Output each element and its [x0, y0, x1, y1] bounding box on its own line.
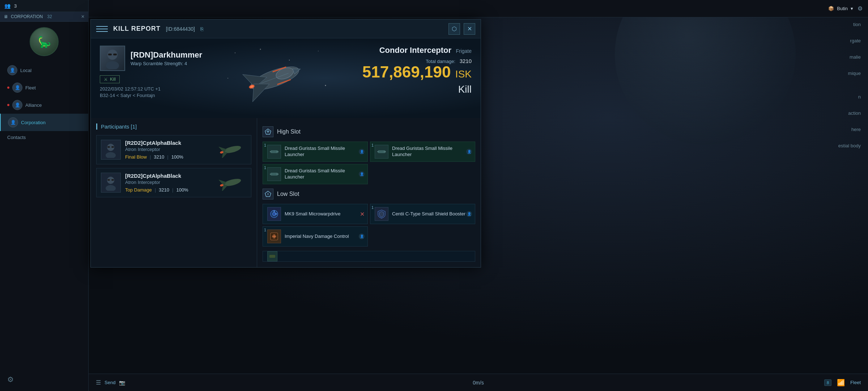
isk-value: 517,869,190	[362, 63, 451, 81]
low-slot-item-0: MK9 Small Microwarpdrive ✕	[263, 204, 368, 224]
sidebar-item-alliance[interactable]: 👤 Alliance	[0, 96, 88, 114]
slot-name-0: Dread Guristas Small Missile Launcher	[285, 146, 363, 158]
kill-report-title: KILL REPORT	[113, 25, 161, 33]
svg-rect-40	[276, 151, 278, 152]
hero-player-section: [RDN]Darkhummer Warp Scramble Strength: …	[91, 38, 228, 118]
svg-rect-47	[270, 174, 271, 175]
player-info: [RDN]Darkhummer Warp Scramble Strength: …	[131, 50, 202, 66]
low-slot-icon	[263, 189, 273, 199]
svg-point-29	[106, 185, 116, 191]
high-slot-icon	[263, 126, 273, 137]
corp-close-icon[interactable]: ✕	[81, 14, 85, 19]
corp-tab-label: CORPORATION	[11, 14, 43, 19]
bottom-right: 8 📶 Fleet	[824, 379, 861, 387]
low-slot-qty-1: 1	[371, 205, 374, 210]
slot-icon-1	[375, 145, 388, 159]
player-row: [RDN]Darkhummer Warp Scramble Strength: …	[100, 46, 219, 71]
speed-display: 0m/s	[473, 380, 484, 386]
participant-ship-img-0	[218, 141, 247, 159]
svg-point-4	[235, 52, 235, 53]
copy-icon[interactable]: ⎘	[200, 26, 203, 32]
nav-items: 👤 Local 👤 Fleet 👤 Alliance 👤★ Corporatio…	[0, 62, 88, 144]
kill-datetime: 2022/03/02 12:57:12 UTC +1	[100, 86, 219, 92]
low-slot-item-2: 1 Imperial Navy Damage Control 👤	[263, 226, 368, 247]
high-slots-grid: 1 Dread Guristas Small Missile Launcher …	[263, 142, 475, 184]
slot-pilot-icon-2: 👤	[359, 171, 365, 177]
slot-name-2: Dread Guristas Small Missile Launcher	[285, 168, 363, 180]
export-button[interactable]: ⬡	[448, 23, 460, 35]
kill-report-id: [ID:6844430]	[166, 26, 195, 32]
warp-scramble: Warp Scramble Strength: 4	[131, 61, 202, 66]
slot-name-1: Dread Guristas Small Missile Launcher	[392, 146, 471, 158]
participant-ship-1: Atron Interceptor	[125, 180, 213, 185]
close-button[interactable]: ✕	[464, 23, 475, 35]
kill-report-hero: [RDN]Darkhummer Warp Scramble Strength: …	[91, 38, 481, 118]
low-slot-qty-2: 1	[264, 228, 266, 232]
ship-type: Frigate	[456, 48, 472, 54]
svg-point-7	[318, 51, 319, 51]
camera-icon[interactable]: 📷	[119, 380, 125, 386]
alliance-status-dot	[7, 104, 9, 106]
ship-name-row: Condor Interceptor Frigate	[379, 46, 472, 55]
slot-qty-1: 1	[371, 143, 374, 147]
corporation-tab[interactable]: 🖥 CORPORATION 32 ✕	[0, 12, 88, 22]
sidebar-header: 👥 3	[0, 0, 88, 12]
low-slot-pilot-1: 👤	[466, 211, 472, 217]
kill-report-body: Participants [1] [R2D2]CptAlphaBlack A	[91, 118, 481, 267]
high-slot-item-0: 1 Dread Guristas Small Missile Launcher …	[263, 142, 368, 162]
isk-row: 517,869,190 ISK	[362, 64, 472, 80]
send-button[interactable]: Send	[105, 380, 115, 385]
participants-panel: Participants [1] [R2D2]CptAlphaBlack A	[91, 118, 257, 267]
players-icon: 👥	[4, 3, 10, 9]
slot-pilot-icon-1: 👤	[466, 149, 472, 155]
avatar-section: 🦕	[0, 22, 88, 62]
participant-card-1: [R2D2]CptAlphaBlack Atron Interceptor To…	[96, 168, 251, 197]
low-slot-icon-0	[267, 207, 281, 221]
low-slot-item-1: 1 Centii C-Type Small Shield Booster 👤	[370, 204, 475, 224]
corp-avatar: 👤★	[8, 117, 18, 127]
svg-point-5	[260, 49, 261, 50]
svg-rect-3	[113, 54, 117, 55]
svg-rect-22	[107, 146, 110, 148]
sidebar-item-contacts[interactable]: Contacts	[0, 131, 88, 144]
participant-ship-img-1	[218, 174, 247, 192]
speed-value: 0m/s	[473, 380, 484, 386]
high-slot-label: High Slot	[277, 129, 301, 135]
kill-report-modal: KILL REPORT [ID:6844430] ⎘ ⬡ ✕	[90, 19, 481, 268]
modal-overlay: KILL REPORT [ID:6844430] ⎘ ⬡ ✕	[89, 17, 868, 391]
slot-icon-2	[267, 167, 281, 181]
participant-ship-0: Atron Interceptor	[125, 147, 213, 152]
isk-suffix: ISK	[455, 68, 472, 80]
hero-stats-section: Condor Interceptor Frigate Total damage:…	[350, 38, 481, 118]
participant-avatar-1	[101, 173, 121, 193]
participants-title: Participants [1]	[96, 123, 251, 130]
low-slot-icon-1	[375, 207, 388, 221]
participant-avatar-0	[101, 140, 121, 160]
chat-input-area: ☰ Send 📷	[96, 379, 817, 386]
header-actions: ⬡ ✕	[448, 23, 475, 35]
slot-qty-0: 1	[264, 143, 266, 147]
sidebar: 👥 3 🖥 CORPORATION 32 ✕ 🦕 👤 Local 👤 Fleet…	[0, 0, 89, 391]
hamburger-icon[interactable]: ☰	[96, 379, 101, 386]
kill-location: B32-14 < Satyr < Fountajn	[100, 93, 219, 98]
sidebar-item-fleet[interactable]: 👤 Fleet	[0, 79, 88, 96]
participant-info-0: [R2D2]CptAlphaBlack Atron Interceptor Fi…	[125, 140, 213, 160]
stat-percent-1: 100%	[176, 187, 188, 193]
high-slot-item-1: 1 Dread Guristas Small Missile Launcher …	[370, 142, 475, 162]
low-slot-icon-2	[267, 230, 281, 243]
sidebar-item-local[interactable]: 👤 Local	[0, 62, 88, 79]
svg-point-9	[325, 85, 326, 86]
participant-name-0: [R2D2]CptAlphaBlack	[125, 140, 213, 146]
avatar-image	[101, 46, 124, 70]
settings-button[interactable]: ⚙	[7, 375, 14, 384]
low-slot-label: Low Slot	[277, 191, 299, 197]
filter-icon[interactable]: ⚙	[858, 5, 863, 12]
low-slot-name-2: Imperial Navy Damage Control	[285, 234, 349, 240]
chevron-down-icon[interactable]: ▾	[851, 6, 853, 11]
kill-badge-label: Kill	[110, 77, 116, 82]
sidebar-item-corporation[interactable]: 👤★ Corporation	[0, 114, 88, 131]
low-slot-name-0: MK9 Small Microwarpdrive	[285, 211, 341, 217]
svg-point-6	[289, 60, 290, 60]
fleet-label: Fleet	[850, 380, 861, 385]
menu-button[interactable]	[96, 23, 108, 35]
